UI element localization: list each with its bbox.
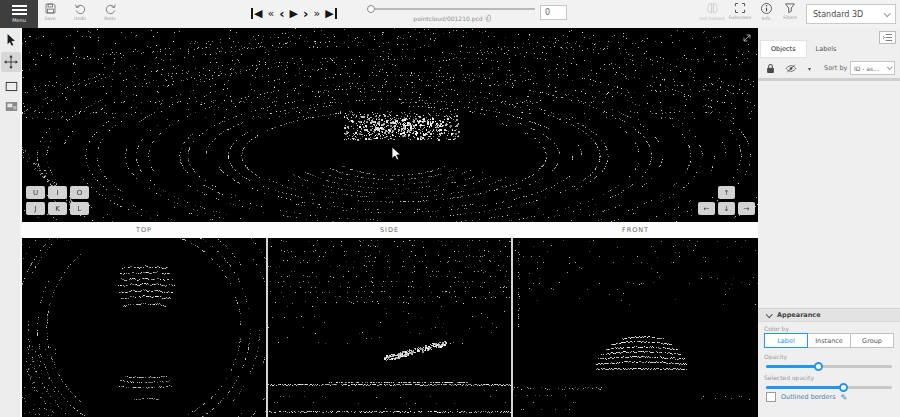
key-j[interactable]: J xyxy=(26,202,45,215)
panel-collapse-button[interactable] xyxy=(879,31,896,44)
hamburger-icon xyxy=(12,5,27,15)
pointcloud-canvas-front[interactable] xyxy=(513,238,758,417)
list-icon xyxy=(882,33,893,42)
skip-end-button[interactable]: ▶ xyxy=(325,8,336,19)
frame-number-input[interactable] xyxy=(540,5,567,20)
image-icon xyxy=(5,101,18,112)
select-tool-button[interactable] xyxy=(1,30,21,50)
frame-slider-handle[interactable] xyxy=(367,5,375,13)
side-view-label: SIDE xyxy=(268,226,511,234)
opacity-slider[interactable] xyxy=(766,365,892,368)
key-arrow-right[interactable]: → xyxy=(738,202,755,215)
play-button[interactable]: ▶ xyxy=(290,8,298,19)
tab-labels[interactable]: Labels xyxy=(806,41,847,57)
pointcloud-canvas-3d[interactable] xyxy=(22,28,758,222)
main-3d-view[interactable]: U I O J K L ↑ ← ↓ → xyxy=(22,28,758,222)
image-view-tool-button[interactable] xyxy=(1,96,21,116)
fullscreen-icon xyxy=(734,2,746,14)
save-label: Save xyxy=(44,16,55,21)
ortho-views xyxy=(22,238,758,417)
color-mode-group: Label Instance Group xyxy=(764,333,894,348)
front-view[interactable] xyxy=(513,238,758,417)
ortho-view-labels: TOP SIDE FRONT xyxy=(22,222,758,238)
lock-icon[interactable] xyxy=(766,63,775,74)
previous-frame-button[interactable]: ‹ xyxy=(279,7,284,20)
spacer xyxy=(738,186,755,199)
appearance-section-header[interactable]: Appearance xyxy=(758,308,900,322)
tool-rail xyxy=(0,28,22,417)
undo-icon xyxy=(74,2,87,15)
batch-menu-caret-icon[interactable]: ▾ xyxy=(808,65,811,72)
selected-opacity-slider-fill xyxy=(766,386,844,389)
current-file: pointcloud/001210.pcd xyxy=(361,14,545,22)
pointcloud-canvas-side[interactable] xyxy=(268,238,511,417)
attachment-icon[interactable] xyxy=(485,14,493,22)
fast-forward-button[interactable]: » xyxy=(313,8,320,19)
ml-status-button[interactable]: not trained xyxy=(698,2,726,27)
key-u[interactable]: U xyxy=(26,186,45,199)
pointer-icon xyxy=(5,33,17,47)
panel-tabs: Objects Labels xyxy=(761,41,846,57)
pointcloud-canvas-top[interactable] xyxy=(22,238,266,417)
info-icon xyxy=(760,2,773,15)
filters-label: Filters xyxy=(783,15,797,20)
selected-opacity-slider[interactable] xyxy=(766,386,892,389)
playback-controls: ◀ « ‹ ▶ › » ▶ xyxy=(251,0,337,26)
filters-button[interactable]: Filters xyxy=(776,2,804,27)
save-button[interactable]: Save xyxy=(36,2,64,27)
view-mode-value: Standard 3D xyxy=(813,10,863,19)
sort-order-select[interactable]: ID - as... xyxy=(850,61,895,75)
frame-slider[interactable] xyxy=(371,8,535,10)
visibility-off-icon[interactable] xyxy=(785,63,797,74)
fast-backward-button[interactable]: « xyxy=(267,8,274,19)
spacer xyxy=(698,186,715,199)
color-mode-instance-button[interactable]: Instance xyxy=(807,333,851,348)
key-l[interactable]: L xyxy=(70,202,89,215)
camera-keypad: U I O J K L xyxy=(26,186,89,215)
side-view[interactable] xyxy=(268,238,511,417)
menu-button[interactable]: Menu xyxy=(0,0,38,28)
edit-pen-icon[interactable]: ✎ xyxy=(841,393,848,402)
selected-opacity-slider-knob[interactable] xyxy=(839,383,848,392)
rect-tool-button[interactable] xyxy=(1,76,21,96)
sort-by-label: Sort by xyxy=(824,64,847,72)
redo-icon xyxy=(104,2,117,15)
key-i[interactable]: I xyxy=(48,186,67,199)
color-mode-group-button[interactable]: Group xyxy=(850,333,894,348)
tab-objects[interactable]: Objects xyxy=(761,41,806,57)
outlined-borders-checkbox[interactable] xyxy=(766,392,776,402)
ml-status-label: not trained xyxy=(700,16,725,21)
move-tool-button[interactable] xyxy=(1,52,21,72)
fullscreen-label: Fullscreen xyxy=(729,15,752,20)
fullscreen-button[interactable]: Fullscreen xyxy=(726,2,754,27)
filter-icon xyxy=(784,2,796,14)
front-view-label: FRONT xyxy=(513,226,758,234)
expand-view-icon[interactable] xyxy=(741,32,753,44)
object-list-controls: ▾ Sort by ID - as... xyxy=(758,60,900,77)
arrow-keypad: ↑ ← ↓ → xyxy=(698,186,755,215)
opacity-slider-knob[interactable] xyxy=(814,362,823,371)
outlined-borders-label: Outlined borders xyxy=(781,393,836,401)
view-mode-select[interactable]: Standard 3D xyxy=(806,4,896,24)
top-view-label: TOP xyxy=(22,226,266,234)
color-mode-label-button[interactable]: Label xyxy=(764,333,808,348)
save-icon xyxy=(44,2,57,15)
key-arrow-left[interactable]: ← xyxy=(698,202,715,215)
key-o[interactable]: O xyxy=(70,186,89,199)
skip-start-button[interactable]: ◀ xyxy=(251,8,262,19)
undo-label: Undo xyxy=(74,16,86,21)
key-arrow-up[interactable]: ↑ xyxy=(718,186,735,199)
chevron-down-icon xyxy=(766,311,773,318)
right-panel: Objects Labels ▾ Sort by ID - as... Appe… xyxy=(758,28,900,417)
top-view[interactable] xyxy=(22,238,266,417)
info-label: Info xyxy=(762,16,771,21)
undo-button[interactable]: Undo xyxy=(66,2,94,27)
redo-button[interactable]: Redo xyxy=(96,2,124,27)
key-k[interactable]: K xyxy=(48,202,67,215)
toolbar: Menu Save Undo Redo ◀ « ‹ ▶ › » ▶ pointc… xyxy=(0,0,900,28)
filename: pointcloud/001210.pcd xyxy=(413,15,482,22)
annotation-app: Menu Save Undo Redo ◀ « ‹ ▶ › » ▶ pointc… xyxy=(0,0,900,417)
outlined-borders-row: Outlined borders ✎ xyxy=(766,392,847,402)
next-frame-button[interactable]: › xyxy=(303,7,308,20)
key-arrow-down[interactable]: ↓ xyxy=(718,202,735,215)
